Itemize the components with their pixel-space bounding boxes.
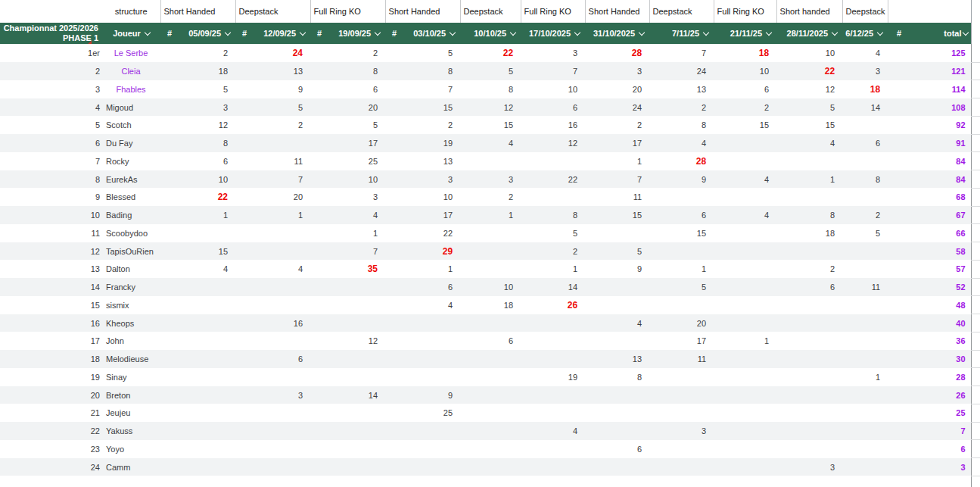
- value-cell[interactable]: 5: [585, 242, 649, 261]
- hash-cell[interactable]: [385, 188, 403, 206]
- total-cell[interactable]: 30: [910, 350, 971, 368]
- value-cell[interactable]: [521, 350, 585, 368]
- player-name-cell[interactable]: Sinay: [102, 368, 160, 386]
- hash-cell[interactable]: [888, 386, 910, 404]
- value-cell[interactable]: [179, 278, 235, 296]
- total-cell[interactable]: 66: [910, 224, 971, 242]
- player-name-cell[interactable]: EurekAs: [102, 170, 160, 189]
- hash-cell[interactable]: [385, 224, 403, 242]
- player-name-cell[interactable]: Blessed: [102, 188, 160, 206]
- value-cell[interactable]: [585, 278, 649, 296]
- rank-cell[interactable]: 5: [0, 116, 102, 134]
- hash-cell[interactable]: [160, 350, 179, 368]
- value-cell[interactable]: 13: [254, 62, 310, 80]
- value-cell[interactable]: 15: [403, 98, 460, 117]
- value-cell[interactable]: 8: [776, 206, 842, 224]
- value-cell[interactable]: [776, 422, 842, 440]
- value-cell[interactable]: 2: [842, 206, 888, 224]
- rank-cell[interactable]: 15: [0, 296, 102, 314]
- total-cell[interactable]: 36: [910, 332, 971, 350]
- value-cell[interactable]: [842, 260, 888, 278]
- player-name-cell[interactable]: Rocky: [102, 152, 160, 170]
- hash-cell[interactable]: [385, 296, 403, 314]
- total-cell[interactable]: 68: [910, 188, 971, 206]
- value-cell[interactable]: 5: [254, 98, 310, 117]
- value-cell[interactable]: [460, 350, 521, 368]
- value-cell[interactable]: 2: [585, 116, 649, 134]
- value-cell[interactable]: [714, 404, 776, 422]
- filter-chevron-icon[interactable]: [639, 30, 645, 36]
- player-name-cell[interactable]: Yakuss: [102, 422, 160, 440]
- hash-cell[interactable]: [385, 80, 403, 98]
- date-column-header[interactable]: 03/10/25: [403, 23, 460, 44]
- hash-cell[interactable]: [385, 278, 403, 296]
- value-cell[interactable]: 5: [649, 278, 714, 296]
- hash-cell[interactable]: [310, 368, 328, 386]
- value-cell[interactable]: 11: [842, 278, 888, 296]
- hash-cell[interactable]: [310, 314, 328, 332]
- structure-cell[interactable]: Deepstack: [235, 0, 310, 23]
- value-cell[interactable]: [403, 368, 460, 386]
- value-cell[interactable]: [460, 368, 521, 386]
- value-cell[interactable]: [179, 296, 235, 314]
- filter-chevron-icon[interactable]: [574, 30, 580, 36]
- player-name-cell[interactable]: Fhables: [102, 80, 160, 98]
- value-cell[interactable]: [714, 350, 776, 368]
- hash-cell[interactable]: [310, 188, 328, 206]
- value-cell[interactable]: 18: [842, 80, 888, 98]
- rank-cell[interactable]: 16: [0, 314, 102, 332]
- value-cell[interactable]: 15: [585, 206, 649, 224]
- total-cell[interactable]: 92: [910, 116, 971, 134]
- hash-cell[interactable]: [235, 368, 254, 386]
- value-cell[interactable]: 9: [403, 386, 460, 404]
- hash-cell[interactable]: [310, 80, 328, 98]
- value-cell[interactable]: [179, 368, 235, 386]
- value-cell[interactable]: [403, 314, 460, 332]
- value-cell[interactable]: 22: [403, 224, 460, 242]
- hash-cell[interactable]: [235, 422, 254, 440]
- value-cell[interactable]: 14: [521, 278, 585, 296]
- structure-cell[interactable]: Deepstack: [842, 0, 888, 23]
- value-cell[interactable]: 4: [403, 296, 460, 314]
- value-cell[interactable]: [460, 224, 521, 242]
- value-cell[interactable]: [403, 440, 460, 458]
- value-cell[interactable]: [403, 458, 460, 476]
- value-cell[interactable]: [585, 386, 649, 404]
- value-cell[interactable]: 5: [460, 62, 521, 80]
- hash-cell[interactable]: [385, 116, 403, 134]
- value-cell[interactable]: 20: [649, 314, 714, 332]
- value-cell[interactable]: 10: [403, 188, 460, 206]
- value-cell[interactable]: 3: [328, 188, 385, 206]
- hash-cell[interactable]: [310, 116, 328, 134]
- value-cell[interactable]: 4: [649, 134, 714, 152]
- hash-cell[interactable]: [310, 62, 328, 80]
- value-cell[interactable]: 8: [521, 206, 585, 224]
- value-cell[interactable]: 10: [328, 170, 385, 189]
- value-cell[interactable]: [460, 440, 521, 458]
- value-cell[interactable]: [460, 386, 521, 404]
- date-column-header[interactable]: 05/09/25: [179, 23, 235, 44]
- value-cell[interactable]: 1: [460, 206, 521, 224]
- value-cell[interactable]: 6: [328, 80, 385, 98]
- value-cell[interactable]: 5: [328, 116, 385, 134]
- value-cell[interactable]: 1: [403, 260, 460, 278]
- total-cell[interactable]: 40: [910, 314, 971, 332]
- value-cell[interactable]: [254, 422, 310, 440]
- date-column-header[interactable]: 21/11/25: [714, 23, 776, 44]
- rank-cell[interactable]: 22: [0, 422, 102, 440]
- value-cell[interactable]: [776, 314, 842, 332]
- hash-cell[interactable]: [235, 260, 254, 278]
- value-cell[interactable]: 2: [179, 44, 235, 62]
- value-cell[interactable]: [403, 422, 460, 440]
- value-cell[interactable]: [585, 332, 649, 350]
- value-cell[interactable]: [714, 188, 776, 206]
- value-cell[interactable]: [649, 458, 714, 476]
- hash-cell[interactable]: [235, 152, 254, 170]
- value-cell[interactable]: 7: [649, 44, 714, 62]
- hash-cell[interactable]: [310, 458, 328, 476]
- player-name-cell[interactable]: Kheops: [102, 314, 160, 332]
- value-cell[interactable]: 7: [521, 62, 585, 80]
- value-cell[interactable]: 14: [842, 98, 888, 117]
- value-cell[interactable]: [328, 440, 385, 458]
- player-name-cell[interactable]: John: [102, 332, 160, 350]
